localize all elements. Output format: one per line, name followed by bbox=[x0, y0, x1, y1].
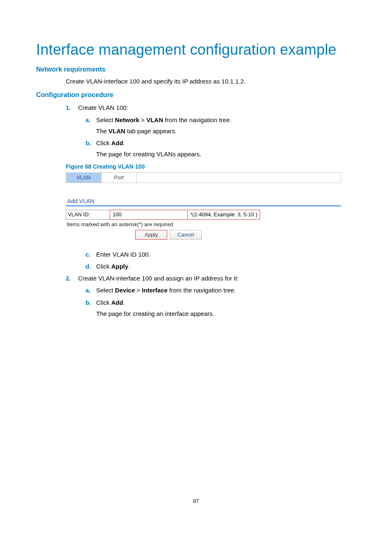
tab-vlan[interactable]: VLAN bbox=[66, 173, 101, 183]
tab-port[interactable]: Port bbox=[101, 173, 137, 183]
step-1a: a. Select Network > VLAN from the naviga… bbox=[85, 115, 356, 136]
page-title: Interface management configuration examp… bbox=[36, 41, 356, 58]
add-vlan-heading: Add VLAN bbox=[67, 198, 341, 204]
step-1d: d. Click Apply. bbox=[85, 262, 356, 271]
step-2-text: Create VLAN-interface 100 and assign an … bbox=[78, 275, 239, 282]
step-2b-note: The page for creating an interface appea… bbox=[96, 309, 356, 318]
step-1-text: Create VLAN 100: bbox=[78, 104, 128, 111]
step-1b: b. Click Add. The page for creating VLAN… bbox=[85, 138, 356, 159]
vlan-id-input[interactable]: 100 bbox=[110, 210, 188, 220]
step-2b-number: b. bbox=[85, 298, 91, 307]
divider bbox=[66, 205, 341, 206]
cancel-button[interactable]: Cancel bbox=[170, 230, 202, 240]
step-2a-number: a. bbox=[85, 285, 91, 295]
tab-bar: VLAN Port bbox=[66, 172, 341, 183]
network-requirements-text: Create VLAN-interface 100 and specify it… bbox=[66, 77, 356, 86]
step-1-number: 1. bbox=[66, 103, 71, 112]
page-number: 97 bbox=[0, 498, 392, 504]
step-1c: c. Enter VLAN ID 100. bbox=[85, 250, 356, 259]
tab-filler bbox=[137, 173, 341, 183]
vlan-id-label: VLAN ID: bbox=[66, 210, 110, 220]
step-1b-number: b. bbox=[85, 138, 91, 148]
required-note: Items marked with an asterisk(*) are req… bbox=[67, 221, 341, 227]
vlan-id-row: VLAN ID: 100 *(2-4094, Example: 3, 5-10 … bbox=[66, 210, 341, 220]
step-1d-number: d. bbox=[85, 262, 91, 271]
step-2-number: 2. bbox=[66, 273, 71, 283]
step-1b-note: The page for creating VLANs appears. bbox=[96, 149, 356, 159]
figure-screenshot: VLAN Port Add VLAN VLAN ID: 100 *(2-4094… bbox=[66, 172, 341, 240]
step-1a-number: a. bbox=[85, 115, 91, 125]
vlan-id-hint: *(2-4094, Example: 3, 5-10 ) bbox=[187, 210, 260, 220]
section-configuration-procedure: Configuration procedure bbox=[36, 91, 356, 99]
step-2a: a. Select Device > Interface from the na… bbox=[85, 285, 356, 295]
step-2b: b. Click Add. The page for creating an i… bbox=[85, 298, 356, 319]
step-1c-number: c. bbox=[85, 250, 91, 259]
figure-caption: Figure 68 Creating VLAN 100 bbox=[66, 163, 356, 170]
step-2: 2. Create VLAN-interface 100 and assign … bbox=[66, 273, 356, 318]
step-1: 1. Create VLAN 100: a. Select Network > … bbox=[66, 103, 356, 159]
section-network-requirements: Network requirements bbox=[36, 66, 356, 73]
step-1a-note: The VLAN tab page appears. bbox=[96, 126, 356, 136]
apply-button[interactable]: Apply bbox=[135, 230, 167, 240]
